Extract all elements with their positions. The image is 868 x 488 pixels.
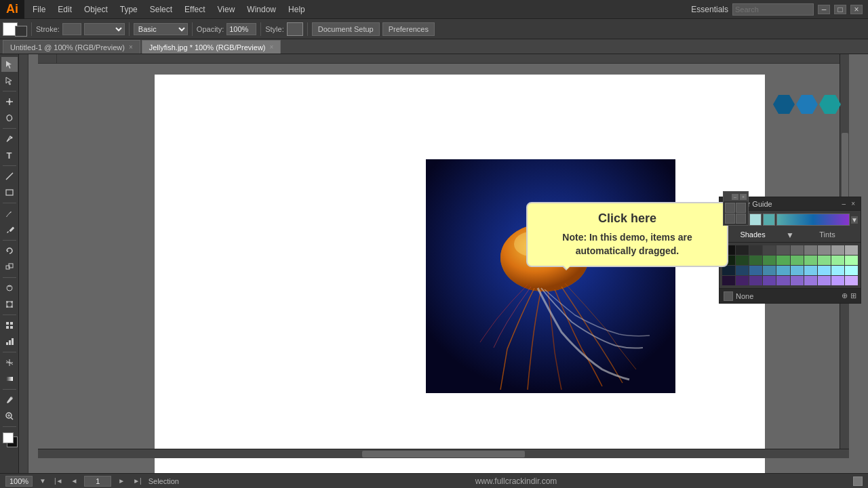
zoom-tool[interactable] <box>1 409 18 424</box>
menu-file[interactable]: File <box>27 3 51 16</box>
pencil-tool[interactable] <box>1 222 18 237</box>
nav-next[interactable]: ► <box>117 477 126 485</box>
cg-cell[interactable] <box>791 266 804 275</box>
rotate-tool[interactable] <box>1 243 18 258</box>
widget-minimize[interactable]: – <box>732 194 738 200</box>
cg-cell[interactable] <box>831 256 844 265</box>
shades-arrow[interactable]: ▼ <box>783 228 797 242</box>
gradient-tool[interactable] <box>1 371 18 386</box>
cg-cell[interactable] <box>776 266 789 275</box>
cg-cell[interactable] <box>804 256 817 265</box>
tab-close-1[interactable]: × <box>129 43 133 51</box>
cg-cell[interactable] <box>776 276 789 285</box>
cg-cell[interactable] <box>736 245 749 255</box>
fill-swatch[interactable] <box>3 432 14 443</box>
direct-select-tool[interactable] <box>1 73 18 88</box>
tab-untitled[interactable]: Untitled-1 @ 100% (RGB/Preview) × <box>3 40 140 54</box>
lasso-tool[interactable] <box>1 110 18 125</box>
shades-tab[interactable]: Shades <box>722 228 783 242</box>
tints-tab[interactable]: Tints <box>797 228 858 242</box>
nav-prev[interactable]: ◄ <box>69 477 79 485</box>
hscroll-thumb[interactable] <box>362 451 524 458</box>
rect-tool[interactable] <box>1 185 18 200</box>
cg-cell[interactable] <box>749 256 762 265</box>
cg-cell[interactable] <box>845 256 858 265</box>
style-box[interactable] <box>287 22 303 36</box>
maximize-button[interactable]: □ <box>834 5 846 14</box>
cg-cell[interactable] <box>722 266 735 275</box>
small-widget[interactable]: – × <box>723 191 749 226</box>
cg-cell[interactable] <box>804 245 817 255</box>
menu-type[interactable]: Type <box>115 3 143 16</box>
stroke-input[interactable] <box>62 23 81 35</box>
magic-wand-tool[interactable] <box>1 94 18 109</box>
menu-window[interactable]: Window <box>241 3 281 16</box>
cg-cell[interactable] <box>736 276 749 285</box>
cg-cell[interactable] <box>791 276 804 285</box>
horizontal-scrollbar[interactable] <box>38 449 849 458</box>
cg-cell[interactable] <box>776 245 789 255</box>
cg-cell[interactable] <box>845 266 858 275</box>
zoom-dropdown-btn[interactable]: ▼ <box>38 477 47 485</box>
nav-last[interactable]: ►| <box>132 477 143 485</box>
cg-cell[interactable] <box>763 245 776 255</box>
stroke-color-box[interactable] <box>15 26 27 37</box>
cg-cell[interactable] <box>791 256 804 265</box>
cg-cell[interactable] <box>845 245 858 255</box>
jellyfish-image[interactable] <box>426 159 675 393</box>
page-input[interactable] <box>84 476 111 487</box>
cg-cell[interactable] <box>831 245 844 255</box>
cg-cell[interactable] <box>831 276 844 285</box>
cg-cell[interactable] <box>818 256 831 265</box>
graph-tool[interactable] <box>1 334 18 349</box>
footer-swatch[interactable] <box>724 291 733 301</box>
cg-cell[interactable] <box>776 256 789 265</box>
cg-cell[interactable] <box>736 266 749 275</box>
eyedropper-tool[interactable] <box>1 392 18 407</box>
swatch-gradient[interactable] <box>776 214 850 226</box>
swatch-dropdown-btn[interactable]: ▼ <box>851 216 858 224</box>
cg-cell[interactable] <box>749 266 762 275</box>
cg-cell[interactable] <box>845 276 858 285</box>
cg-cell[interactable] <box>818 245 831 255</box>
zoom-input[interactable] <box>5 476 33 487</box>
document-setup-button[interactable]: Document Setup <box>312 22 380 36</box>
scale-tool[interactable] <box>1 260 18 274</box>
cg-cell[interactable] <box>791 245 804 255</box>
tab-close-2[interactable]: × <box>270 43 274 51</box>
nav-first[interactable]: |◄ <box>53 477 64 485</box>
symbol-tool[interactable] <box>1 318 18 333</box>
swatch-teal[interactable] <box>763 214 775 226</box>
close-button[interactable]: × <box>850 5 863 14</box>
free-transform-tool[interactable] <box>1 297 18 312</box>
menu-help[interactable]: Help <box>283 3 311 16</box>
cg-cell[interactable] <box>818 266 831 275</box>
line-tool[interactable] <box>1 169 18 184</box>
color-guide-minimize[interactable]: – <box>841 200 848 207</box>
fill-stroke-swatches[interactable] <box>1 431 18 447</box>
mode-select[interactable]: Basic <box>134 23 188 35</box>
new-group-icon[interactable]: ⊞ <box>850 291 856 300</box>
tab-jellyfish[interactable]: Jellyfish.jpg * 100% (RGB/Preview) × <box>142 40 281 54</box>
minimize-button[interactable]: – <box>818 5 830 14</box>
widget-close[interactable]: × <box>740 194 747 200</box>
cg-cell[interactable] <box>818 276 831 285</box>
type-tool[interactable]: T <box>1 148 18 163</box>
select-tool[interactable] <box>1 57 18 72</box>
stroke-select[interactable] <box>84 23 125 35</box>
menu-view[interactable]: View <box>212 3 241 16</box>
search-field[interactable] <box>732 3 814 16</box>
menu-effect[interactable]: Effect <box>179 3 210 16</box>
cg-cell[interactable] <box>804 276 817 285</box>
menu-select[interactable]: Select <box>144 3 178 16</box>
preferences-button[interactable]: Preferences <box>382 22 435 36</box>
pen-tool[interactable] <box>1 131 18 146</box>
cg-cell[interactable] <box>749 245 762 255</box>
mesh-tool[interactable] <box>1 355 18 370</box>
warp-tool[interactable] <box>1 281 18 296</box>
color-guide-close[interactable]: × <box>850 200 856 207</box>
cg-cell[interactable] <box>763 276 776 285</box>
swatch-teal-light[interactable] <box>749 214 762 226</box>
cg-cell[interactable] <box>831 266 844 275</box>
cg-cell[interactable] <box>804 266 817 275</box>
